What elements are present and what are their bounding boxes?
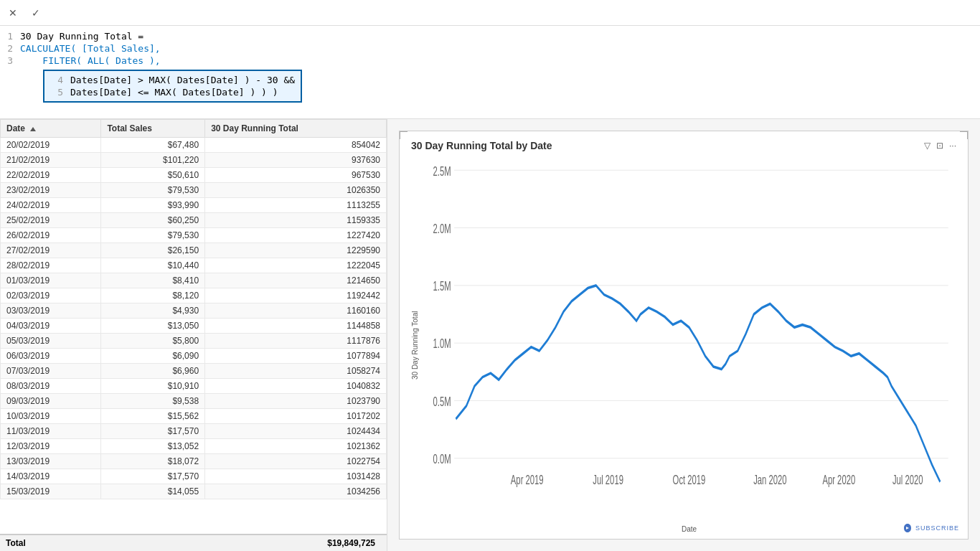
table-row: 03/03/2019$4,9301160160 [1, 303, 387, 319]
table-cell: 1040832 [205, 379, 387, 394]
table-cell: 1034256 [205, 484, 387, 499]
table-cell: $5,800 [101, 334, 205, 349]
table-row: 23/02/2019$79,5301026350 [1, 183, 387, 198]
table-cell: $10,910 [101, 379, 205, 394]
table-cell: $4,930 [101, 303, 205, 319]
code-line-5: 5 Dates[Date] <= MAX( Dates[Date] ) ) ) [50, 86, 295, 98]
col-running-total[interactable]: 30 Day Running Total [205, 120, 387, 138]
table-cell: $8,120 [101, 288, 205, 303]
table-row: 28/02/2019$10,4401222045 [1, 258, 387, 273]
table-row: 25/02/2019$60,2501159335 [1, 213, 387, 228]
table-cell: 05/03/2019 [1, 334, 101, 349]
chart-svg: 2.5M 2.0M 1.5M 1.0M 0.5M 0.0M Apr 2019 J… [422, 157, 956, 524]
table-cell: 07/03/2019 [1, 364, 101, 379]
expand-icon[interactable]: ⊡ [936, 141, 943, 151]
svg-text:0.5M: 0.5M [433, 394, 451, 408]
table-cell: $13,052 [101, 439, 205, 454]
table-row: 13/03/2019$18,0721022754 [1, 454, 387, 469]
code-line-1: 1 30 Day Running Total = [0, 30, 980, 42]
table-cell: 1024434 [205, 424, 387, 439]
table-cell: 24/02/2019 [1, 198, 101, 213]
table-cell: 1144858 [205, 319, 387, 334]
table-cell: 1023790 [205, 394, 387, 409]
table-cell: $15,562 [101, 409, 205, 424]
table-cell: 03/03/2019 [1, 303, 101, 319]
table-cell: $8,410 [101, 273, 205, 288]
table-cell: 1222045 [205, 258, 387, 273]
chart-header: 30 Day Running Total by Date ▽ ⊡ ··· [411, 140, 956, 151]
table-cell: 10/03/2019 [1, 409, 101, 424]
code-line-4: 4 Dates[Date] > MAX( Dates[Date] ) - 30 … [50, 74, 295, 86]
table-row: 14/03/2019$17,5701031428 [1, 469, 387, 484]
svg-text:Jan 2020: Jan 2020 [753, 472, 786, 486]
svg-text:Apr 2019: Apr 2019 [511, 472, 544, 486]
code-editor: 1 30 Day Running Total = 2 CALCULATE( [T… [0, 26, 980, 119]
table-row: 10/03/2019$15,5621017202 [1, 409, 387, 424]
table-cell: 1031428 [205, 469, 387, 484]
check-icon[interactable]: ✓ [29, 6, 43, 20]
table-cell: 02/03/2019 [1, 288, 101, 303]
table-cell: 01/03/2019 [1, 273, 101, 288]
table-cell: 09/03/2019 [1, 394, 101, 409]
table-cell: $17,570 [101, 469, 205, 484]
table-row: 01/03/2019$8,4101214650 [1, 273, 387, 288]
svg-text:Apr 2020: Apr 2020 [822, 472, 855, 486]
table-cell: 22/02/2019 [1, 168, 101, 183]
table-cell: 28/02/2019 [1, 258, 101, 273]
table-cell: 15/03/2019 [1, 484, 101, 499]
table-row: 08/03/2019$10,9101040832 [1, 379, 387, 394]
chart-container: 30 Day Running Total by Date ▽ ⊡ ··· 30 … [399, 131, 969, 540]
table-cell: 1214650 [205, 273, 387, 288]
table-cell: 1058274 [205, 364, 387, 379]
table-cell: 1192442 [205, 288, 387, 303]
table-cell: $26,150 [101, 243, 205, 258]
table-cell: 1229590 [205, 243, 387, 258]
col-date[interactable]: Date [1, 120, 101, 138]
data-table: Date Total Sales 30 Day Running Total 20… [0, 119, 387, 499]
chart-title: 30 Day Running Total by Date [411, 140, 552, 151]
subscribe-icon [903, 523, 913, 533]
table-cell: 04/03/2019 [1, 319, 101, 334]
chart-body: 30 Day Running Total [411, 157, 956, 533]
table-cell: $14,055 [101, 484, 205, 499]
chart-section: 30 Day Running Total by Date ▽ ⊡ ··· 30 … [387, 119, 980, 551]
svg-text:2.5M: 2.5M [433, 164, 451, 178]
col-total-sales[interactable]: Total Sales [101, 120, 205, 138]
table-cell: 967530 [205, 168, 387, 183]
table-cell: $101,220 [101, 153, 205, 168]
table-cell: 1160160 [205, 303, 387, 319]
chart-icon-bar: ▽ ⊡ ··· [924, 141, 956, 151]
table-cell: $18,072 [101, 454, 205, 469]
table-row: 24/02/2019$93,9901113255 [1, 198, 387, 213]
svg-text:Oct 2019: Oct 2019 [673, 472, 706, 486]
table-cell: 12/03/2019 [1, 439, 101, 454]
table-cell: $60,250 [101, 213, 205, 228]
code-line-2: 2 CALCULATE( [Total Sales], [0, 42, 980, 55]
svg-text:2.0M: 2.0M [433, 221, 451, 235]
more-icon[interactable]: ··· [949, 141, 956, 151]
table-cell: 1117876 [205, 334, 387, 349]
table-scroll[interactable]: Date Total Sales 30 Day Running Total 20… [0, 119, 387, 534]
table-cell: 11/03/2019 [1, 424, 101, 439]
table-cell: $10,440 [101, 258, 205, 273]
code-highlight-box: 4 Dates[Date] > MAX( Dates[Date] ) - 30 … [43, 70, 302, 103]
table-cell: 23/02/2019 [1, 183, 101, 198]
table-cell: $13,050 [101, 319, 205, 334]
svg-text:Jul 2019: Jul 2019 [593, 472, 623, 486]
table-cell: $93,990 [101, 198, 205, 213]
table-cell: 1022754 [205, 454, 387, 469]
content-area: Date Total Sales 30 Day Running Total 20… [0, 119, 980, 551]
table-row: 26/02/2019$79,5301227420 [1, 228, 387, 243]
filter-icon[interactable]: ▽ [924, 141, 930, 151]
table-cell: $50,610 [101, 168, 205, 183]
table-cell: 854042 [205, 138, 387, 153]
footer-label: Total [6, 538, 121, 548]
table-cell: 26/02/2019 [1, 228, 101, 243]
table-cell: 20/02/2019 [1, 138, 101, 153]
chart-inner: 2.5M 2.0M 1.5M 1.0M 0.5M 0.0M Apr 2019 J… [422, 157, 956, 533]
table-cell: $79,530 [101, 183, 205, 198]
close-icon[interactable]: ✕ [6, 6, 20, 20]
svg-text:1.0M: 1.0M [433, 336, 451, 351]
table-row: 02/03/2019$8,1201192442 [1, 288, 387, 303]
table-cell: 1077894 [205, 349, 387, 364]
